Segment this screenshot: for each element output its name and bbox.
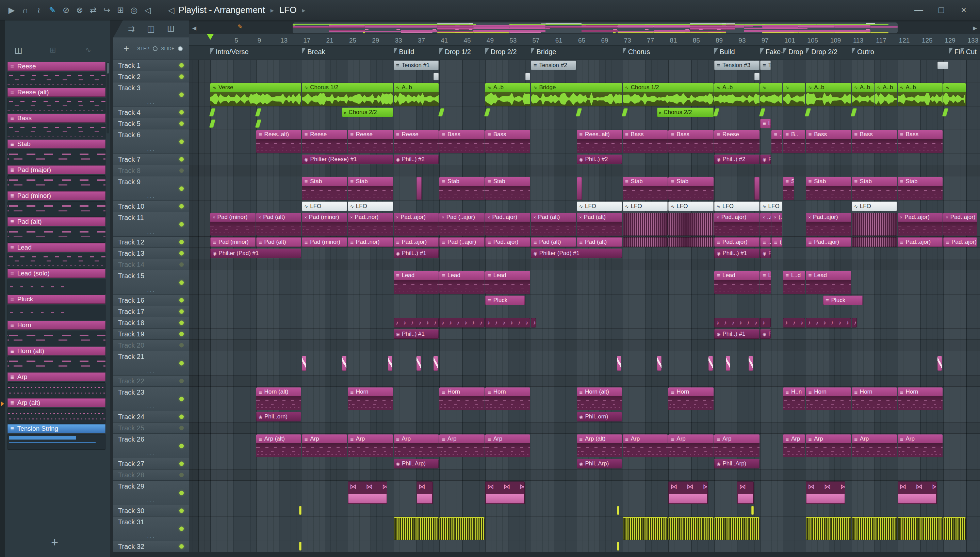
track-lane-2[interactable] [189,71,980,82]
clip-phil-2[interactable]: ◉Phil..) #2 [394,155,439,164]
clip-pad-alt[interactable]: ≣Pad (alt) [531,237,576,247]
clip-pad-minor[interactable]: ≣Pad (minor) [210,237,256,247]
clip-horn[interactable]: ≣Horn [806,388,851,410]
clip-arp[interactable]: ≣Arp [623,435,668,457]
clip-no[interactable]: ♪ ♪ ♪ [783,318,805,327]
pattern-item-tension-string[interactable]: ≣Tension String [8,424,105,450]
track-led[interactable] [179,222,184,226]
clip-arp[interactable]: ≣Arp [852,435,897,457]
clip-a-b[interactable]: ∿A..b [714,83,759,106]
clip-arp[interactable]: ≣Arp [806,435,851,457]
clip-arp[interactable]: ≣Arp [439,435,485,457]
row-resize-grip[interactable]: ··· [147,499,156,505]
clip-fl[interactable] [709,356,713,371]
preview-volume-icon[interactable]: ◁ [143,3,153,17]
clip-stab[interactable]: ≣Stab [439,177,485,200]
headphones-icon[interactable]: ∩ [20,3,30,17]
clip-fl[interactable] [617,356,621,371]
marker-fake[interactable]: Fake- [760,48,783,56]
clip-a[interactable]: ∿ [783,83,805,106]
track-led[interactable] [179,64,184,68]
clip-pad-ajor[interactable]: ≣Pad..ajor) [806,237,851,247]
track-header-13[interactable]: Track 13 [113,248,189,259]
clip-pad-ajor[interactable]: ≣Pad..ajor) [485,237,531,247]
clip-horn[interactable]: ≣Horn [348,388,393,410]
pattern-item-arp-alt[interactable]: ≣Arp (alt) [8,398,105,424]
clip-pad-ajor[interactable]: ×Pad..ajor) [394,213,439,236]
clip-arp[interactable]: ≣Arp [714,435,759,457]
track-header-19[interactable]: Track 19 [113,329,189,340]
track-lane-21[interactable] [189,351,980,376]
clip-lfo[interactable]: ∿LFO [852,202,897,211]
pattern-item-pad-minor[interactable]: ≣Pad (minor) [8,191,105,217]
clip-pm[interactable] [577,177,582,200]
track-led[interactable] [179,332,184,336]
clip-ym[interactable] [751,506,754,515]
marker-chorus[interactable]: Chorus [623,48,650,56]
picker-filter-icon[interactable]: ⊞ [50,46,56,54]
clip-pad-alt[interactable]: ≣Pad (alt) [256,237,302,247]
clip-lead[interactable]: ≣Lead [806,271,851,294]
clip-pad-alt[interactable]: ×Pad (alt) [531,213,576,236]
clip-philter-pad-1[interactable]: ◉Philter (Pad) #1 [210,249,301,258]
picker-wave-icon[interactable]: ∿ [85,46,91,54]
clip-horn[interactable]: ≣Horn [439,388,485,410]
clip-chorus-1-2[interactable]: ∿Chorus 1/2 [623,83,714,106]
track-led[interactable] [179,122,184,126]
track-header-1[interactable]: Track 1 [113,60,189,71]
clip-a-b[interactable]: ∿A..b [898,83,943,106]
clip-philt-1[interactable]: ◉Philt..) #1 [394,249,439,258]
clip-a-b[interactable]: ∿A..b [875,83,897,106]
clip-arp[interactable]: ≣Arp [394,435,439,457]
clip-reese[interactable]: ≣Reese [302,130,347,153]
performance-mode-icon[interactable]: ⇉ [128,24,135,34]
pattern-item-reese-alt[interactable]: ≣Reese (alt) [8,88,105,113]
track-lane-28[interactable] [189,469,980,481]
maximize-button[interactable]: □ [935,5,948,15]
timeline-scrollbar-thumb[interactable] [293,23,898,33]
clip-no[interactable]: ♪ [760,318,771,327]
marker-drop-2-2[interactable]: Drop 2/2 [806,48,837,56]
track-led[interactable] [179,251,184,256]
clip-fl[interactable] [302,356,306,371]
track-lane-8[interactable] [189,165,980,176]
pattern-item-arp[interactable]: ≣Arp [8,373,105,398]
clip-lfo[interactable]: ∿LFO [623,202,668,211]
track-lane-4[interactable] [189,107,980,118]
clip-ys[interactable] [806,517,851,540]
scroll-right-button[interactable]: ▸ [970,22,980,34]
track-led[interactable] [179,75,184,79]
clip-bass[interactable]: ≣Bass [852,130,897,153]
clip-no[interactable]: ♪ [531,318,536,327]
clip-pad-alt[interactable]: ×Pad (alt) [256,213,302,236]
clip-horn-alt[interactable]: ≣Horn (alt) [256,388,302,410]
picker-scrollbar-thumb[interactable] [107,63,109,73]
clip-phil-2[interactable]: ◉Phil..) #2 [714,155,759,164]
clip-r[interactable]: ×..r) [760,213,771,236]
add-pattern-button[interactable]: + [51,535,58,549]
track-lane-30[interactable] [189,505,980,516]
track-led[interactable] [179,379,184,383]
clip-h-n[interactable]: ≣H..n [783,388,805,410]
track-header-26[interactable]: Track 26··· [113,434,189,458]
track-led[interactable] [179,262,184,267]
clip-pad-alt[interactable]: ≣Pad (alt) [577,237,622,247]
clip-ym[interactable] [617,506,619,515]
track-header-12[interactable]: Track 12 [113,237,189,248]
clip-ys[interactable] [668,517,714,540]
clip-philter-reese-1[interactable]: ◉Philter (Reese) #1 [302,155,393,164]
clip-l-d[interactable]: ≣L..d [783,271,805,294]
row-resize-grip[interactable]: ··· [147,405,156,411]
clip-tension-2[interactable]: ≣Tension #2 [531,60,576,70]
clip-arp[interactable]: ≣Arp [485,435,531,457]
clip-philt-1[interactable]: ◉Philt..) #1 [714,249,759,258]
clip-p[interactable]: ◉P.. [760,155,771,164]
track-header-5[interactable]: Track 5 [113,118,189,129]
clip-bt[interactable]: ⋈ [417,481,433,504]
clip-bass[interactable]: ≣Bass [806,130,851,153]
track-header-32[interactable]: Track 32 [113,541,189,552]
arrangement-marker-row[interactable]: Intro/VerseBreakBuildDrop 1/2Drop 2/2Bri… [189,46,980,60]
track-header-30[interactable]: Track 30 [113,505,189,516]
clip-stab[interactable]: ≣Stab [852,177,897,200]
timeline-ruler[interactable]: 5913172125293337414549535761656973778185… [189,34,980,46]
